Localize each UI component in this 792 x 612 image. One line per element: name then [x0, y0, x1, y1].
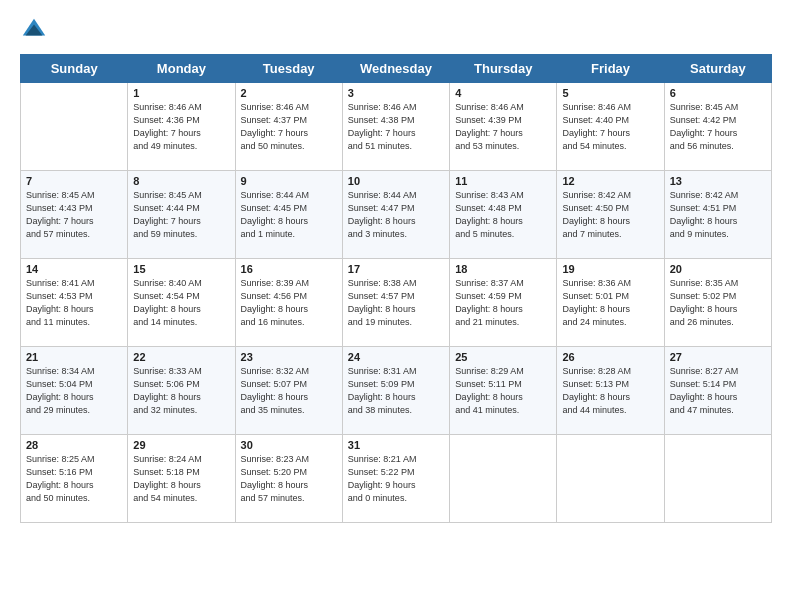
week-row-5: 28Sunrise: 8:25 AM Sunset: 5:16 PM Dayli… — [21, 435, 772, 523]
day-number: 31 — [348, 439, 444, 451]
day-number: 3 — [348, 87, 444, 99]
cell-3-4: 17Sunrise: 8:38 AM Sunset: 4:57 PM Dayli… — [342, 259, 449, 347]
day-number: 15 — [133, 263, 229, 275]
day-number: 24 — [348, 351, 444, 363]
day-number: 21 — [26, 351, 122, 363]
cell-1-1 — [21, 83, 128, 171]
cell-5-7 — [664, 435, 771, 523]
cell-3-2: 15Sunrise: 8:40 AM Sunset: 4:54 PM Dayli… — [128, 259, 235, 347]
day-info: Sunrise: 8:33 AM Sunset: 5:06 PM Dayligh… — [133, 365, 229, 417]
cell-1-7: 6Sunrise: 8:45 AM Sunset: 4:42 PM Daylig… — [664, 83, 771, 171]
cell-2-5: 11Sunrise: 8:43 AM Sunset: 4:48 PM Dayli… — [450, 171, 557, 259]
header — [20, 16, 772, 44]
cell-2-4: 10Sunrise: 8:44 AM Sunset: 4:47 PM Dayli… — [342, 171, 449, 259]
day-info: Sunrise: 8:35 AM Sunset: 5:02 PM Dayligh… — [670, 277, 766, 329]
cell-4-6: 26Sunrise: 8:28 AM Sunset: 5:13 PM Dayli… — [557, 347, 664, 435]
cell-1-5: 4Sunrise: 8:46 AM Sunset: 4:39 PM Daylig… — [450, 83, 557, 171]
logo-icon — [20, 16, 48, 44]
cell-3-5: 18Sunrise: 8:37 AM Sunset: 4:59 PM Dayli… — [450, 259, 557, 347]
weekday-saturday: Saturday — [664, 55, 771, 83]
page: SundayMondayTuesdayWednesdayThursdayFrid… — [0, 0, 792, 533]
cell-5-5 — [450, 435, 557, 523]
day-number: 19 — [562, 263, 658, 275]
cell-4-2: 22Sunrise: 8:33 AM Sunset: 5:06 PM Dayli… — [128, 347, 235, 435]
day-info: Sunrise: 8:25 AM Sunset: 5:16 PM Dayligh… — [26, 453, 122, 505]
day-info: Sunrise: 8:37 AM Sunset: 4:59 PM Dayligh… — [455, 277, 551, 329]
day-info: Sunrise: 8:42 AM Sunset: 4:50 PM Dayligh… — [562, 189, 658, 241]
day-number: 14 — [26, 263, 122, 275]
logo — [20, 16, 50, 44]
day-info: Sunrise: 8:42 AM Sunset: 4:51 PM Dayligh… — [670, 189, 766, 241]
day-info: Sunrise: 8:45 AM Sunset: 4:44 PM Dayligh… — [133, 189, 229, 241]
day-info: Sunrise: 8:38 AM Sunset: 4:57 PM Dayligh… — [348, 277, 444, 329]
cell-1-3: 2Sunrise: 8:46 AM Sunset: 4:37 PM Daylig… — [235, 83, 342, 171]
day-number: 2 — [241, 87, 337, 99]
cell-2-6: 12Sunrise: 8:42 AM Sunset: 4:50 PM Dayli… — [557, 171, 664, 259]
day-number: 13 — [670, 175, 766, 187]
cell-5-1: 28Sunrise: 8:25 AM Sunset: 5:16 PM Dayli… — [21, 435, 128, 523]
day-number: 20 — [670, 263, 766, 275]
day-number: 27 — [670, 351, 766, 363]
day-info: Sunrise: 8:46 AM Sunset: 4:36 PM Dayligh… — [133, 101, 229, 153]
calendar-body: 1Sunrise: 8:46 AM Sunset: 4:36 PM Daylig… — [21, 83, 772, 523]
cell-4-1: 21Sunrise: 8:34 AM Sunset: 5:04 PM Dayli… — [21, 347, 128, 435]
cell-3-7: 20Sunrise: 8:35 AM Sunset: 5:02 PM Dayli… — [664, 259, 771, 347]
weekday-wednesday: Wednesday — [342, 55, 449, 83]
weekday-header-row: SundayMondayTuesdayWednesdayThursdayFrid… — [21, 55, 772, 83]
day-info: Sunrise: 8:27 AM Sunset: 5:14 PM Dayligh… — [670, 365, 766, 417]
day-info: Sunrise: 8:46 AM Sunset: 4:40 PM Dayligh… — [562, 101, 658, 153]
day-number: 10 — [348, 175, 444, 187]
day-number: 6 — [670, 87, 766, 99]
day-info: Sunrise: 8:41 AM Sunset: 4:53 PM Dayligh… — [26, 277, 122, 329]
day-number: 30 — [241, 439, 337, 451]
day-info: Sunrise: 8:43 AM Sunset: 4:48 PM Dayligh… — [455, 189, 551, 241]
day-info: Sunrise: 8:44 AM Sunset: 4:47 PM Dayligh… — [348, 189, 444, 241]
cell-3-6: 19Sunrise: 8:36 AM Sunset: 5:01 PM Dayli… — [557, 259, 664, 347]
day-number: 7 — [26, 175, 122, 187]
day-info: Sunrise: 8:44 AM Sunset: 4:45 PM Dayligh… — [241, 189, 337, 241]
weekday-friday: Friday — [557, 55, 664, 83]
day-info: Sunrise: 8:45 AM Sunset: 4:43 PM Dayligh… — [26, 189, 122, 241]
week-row-3: 14Sunrise: 8:41 AM Sunset: 4:53 PM Dayli… — [21, 259, 772, 347]
cell-5-6 — [557, 435, 664, 523]
day-info: Sunrise: 8:31 AM Sunset: 5:09 PM Dayligh… — [348, 365, 444, 417]
cell-1-2: 1Sunrise: 8:46 AM Sunset: 4:36 PM Daylig… — [128, 83, 235, 171]
day-info: Sunrise: 8:46 AM Sunset: 4:37 PM Dayligh… — [241, 101, 337, 153]
cell-5-3: 30Sunrise: 8:23 AM Sunset: 5:20 PM Dayli… — [235, 435, 342, 523]
day-info: Sunrise: 8:24 AM Sunset: 5:18 PM Dayligh… — [133, 453, 229, 505]
cell-4-5: 25Sunrise: 8:29 AM Sunset: 5:11 PM Dayli… — [450, 347, 557, 435]
week-row-4: 21Sunrise: 8:34 AM Sunset: 5:04 PM Dayli… — [21, 347, 772, 435]
day-number: 9 — [241, 175, 337, 187]
day-info: Sunrise: 8:39 AM Sunset: 4:56 PM Dayligh… — [241, 277, 337, 329]
cell-5-4: 31Sunrise: 8:21 AM Sunset: 5:22 PM Dayli… — [342, 435, 449, 523]
week-row-2: 7Sunrise: 8:45 AM Sunset: 4:43 PM Daylig… — [21, 171, 772, 259]
day-number: 12 — [562, 175, 658, 187]
cell-5-2: 29Sunrise: 8:24 AM Sunset: 5:18 PM Dayli… — [128, 435, 235, 523]
day-number: 17 — [348, 263, 444, 275]
day-number: 29 — [133, 439, 229, 451]
day-number: 25 — [455, 351, 551, 363]
day-info: Sunrise: 8:23 AM Sunset: 5:20 PM Dayligh… — [241, 453, 337, 505]
cell-4-7: 27Sunrise: 8:27 AM Sunset: 5:14 PM Dayli… — [664, 347, 771, 435]
day-number: 5 — [562, 87, 658, 99]
day-number: 8 — [133, 175, 229, 187]
cell-4-4: 24Sunrise: 8:31 AM Sunset: 5:09 PM Dayli… — [342, 347, 449, 435]
day-number: 11 — [455, 175, 551, 187]
day-info: Sunrise: 8:40 AM Sunset: 4:54 PM Dayligh… — [133, 277, 229, 329]
cell-2-7: 13Sunrise: 8:42 AM Sunset: 4:51 PM Dayli… — [664, 171, 771, 259]
calendar-table: SundayMondayTuesdayWednesdayThursdayFrid… — [20, 54, 772, 523]
day-number: 16 — [241, 263, 337, 275]
cell-1-4: 3Sunrise: 8:46 AM Sunset: 4:38 PM Daylig… — [342, 83, 449, 171]
cell-3-3: 16Sunrise: 8:39 AM Sunset: 4:56 PM Dayli… — [235, 259, 342, 347]
day-info: Sunrise: 8:34 AM Sunset: 5:04 PM Dayligh… — [26, 365, 122, 417]
weekday-tuesday: Tuesday — [235, 55, 342, 83]
day-number: 23 — [241, 351, 337, 363]
day-info: Sunrise: 8:29 AM Sunset: 5:11 PM Dayligh… — [455, 365, 551, 417]
day-info: Sunrise: 8:46 AM Sunset: 4:38 PM Dayligh… — [348, 101, 444, 153]
day-number: 4 — [455, 87, 551, 99]
day-info: Sunrise: 8:45 AM Sunset: 4:42 PM Dayligh… — [670, 101, 766, 153]
day-number: 28 — [26, 439, 122, 451]
weekday-sunday: Sunday — [21, 55, 128, 83]
day-number: 22 — [133, 351, 229, 363]
weekday-thursday: Thursday — [450, 55, 557, 83]
